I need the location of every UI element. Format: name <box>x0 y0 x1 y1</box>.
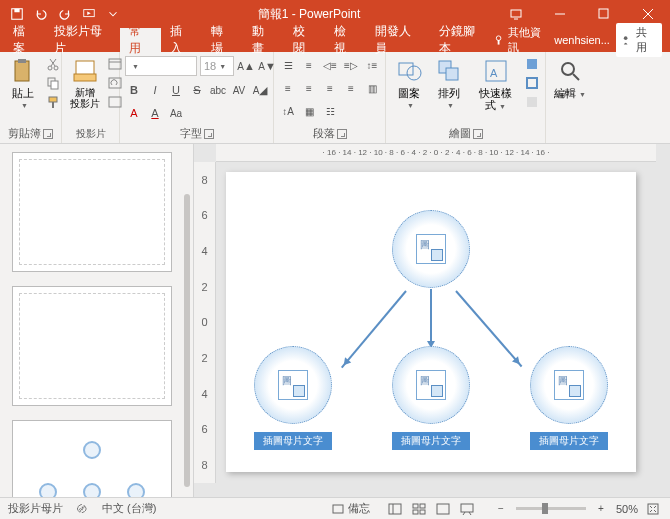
normal-view-button[interactable] <box>384 500 406 518</box>
highlight-button[interactable]: A <box>125 104 143 122</box>
ribbon-options-button[interactable] <box>494 0 538 28</box>
diagram-node-3[interactable] <box>530 346 608 424</box>
columns-button[interactable]: ▥ <box>363 79 381 97</box>
align-right-button[interactable]: ≡ <box>321 79 339 97</box>
paste-button[interactable]: 貼上▼ <box>4 55 42 112</box>
slideshow-button[interactable] <box>78 3 100 25</box>
justify-button[interactable]: ≡ <box>342 79 360 97</box>
shape-fill-button[interactable] <box>523 55 541 73</box>
tab-home[interactable]: 常用 <box>120 28 161 52</box>
indent-dec-button[interactable]: ◁≡ <box>321 56 339 74</box>
clear-format-button[interactable]: A◢ <box>251 81 269 99</box>
slide-editor[interactable]: · 16 · 14 · 12 · 10 · 8 · 6 · 4 · 2 · 0 … <box>194 144 670 497</box>
master-thumb-1[interactable] <box>12 152 172 272</box>
grow-font-button[interactable]: A▲ <box>237 57 255 75</box>
tab-review[interactable]: 校閱 <box>284 28 325 52</box>
sorter-view-button[interactable] <box>408 500 430 518</box>
quick-styles-button[interactable]: A 快速樣式▼ <box>470 55 521 113</box>
picture-placeholder-icon[interactable] <box>554 370 584 400</box>
copy-button[interactable] <box>44 74 62 92</box>
change-case-button[interactable]: Aa <box>167 104 185 122</box>
drawing-launcher[interactable] <box>473 129 483 139</box>
connector-2[interactable] <box>430 289 432 351</box>
svg-point-10 <box>624 36 628 40</box>
picture-placeholder-icon[interactable] <box>278 370 308 400</box>
tab-animations[interactable]: 動畫 <box>243 28 284 52</box>
tab-view[interactable]: 檢視 <box>325 28 366 52</box>
diagram-label-3[interactable]: 插圖母片文字 <box>530 432 608 450</box>
picture-placeholder-icon[interactable] <box>416 370 446 400</box>
shadow-button[interactable]: abc <box>209 81 227 99</box>
diagram-label-2[interactable]: 插圖母片文字 <box>392 432 470 450</box>
editing-button[interactable]: 編輯▼ <box>550 55 590 101</box>
numbering-button[interactable]: ≡ <box>300 56 318 74</box>
tab-slide-master[interactable]: 投影片母片 <box>45 28 120 52</box>
share-button[interactable]: 共用 <box>616 23 662 57</box>
text-direction-button[interactable]: ↕A <box>279 102 297 120</box>
indent-inc-button[interactable]: ≡▷ <box>342 56 360 74</box>
tab-transitions[interactable]: 轉場 <box>202 28 243 52</box>
strike-button[interactable]: S <box>188 81 206 99</box>
notes-button[interactable]: 備忘 <box>332 501 370 516</box>
font-launcher[interactable] <box>204 129 214 139</box>
diagram-node-top[interactable] <box>392 210 470 288</box>
bullets-button[interactable]: ☰ <box>279 56 297 74</box>
layout-thumb-2[interactable] <box>12 420 172 497</box>
align-text-button[interactable]: ▦ <box>300 102 318 120</box>
diagram-label-1[interactable]: 插圖母片文字 <box>254 432 332 450</box>
tab-storyboard[interactable]: 分鏡腳本 <box>430 28 494 52</box>
underline-button[interactable]: U <box>167 81 185 99</box>
user-name[interactable]: wenhsien... <box>554 34 610 46</box>
svg-rect-39 <box>389 504 401 514</box>
shape-effects-button[interactable] <box>523 93 541 111</box>
minimize-button[interactable] <box>538 0 582 28</box>
shapes-button[interactable]: 圖案▼ <box>390 55 428 112</box>
diagram-node-1[interactable] <box>254 346 332 424</box>
svg-rect-22 <box>74 74 96 81</box>
undo-button[interactable] <box>30 3 52 25</box>
tab-file[interactable]: 檔案 <box>4 28 45 52</box>
qat-customize-icon[interactable] <box>102 3 124 25</box>
diagram-node-2[interactable] <box>392 346 470 424</box>
smartart-button[interactable]: ☷ <box>321 102 339 120</box>
cut-button[interactable] <box>44 55 62 73</box>
spacing-button[interactable]: AV <box>230 81 248 99</box>
bold-button[interactable]: B <box>125 81 143 99</box>
svg-rect-30 <box>446 68 458 80</box>
zoom-level[interactable]: 50% <box>616 503 638 515</box>
connector-1[interactable] <box>341 290 407 368</box>
font-name-combo[interactable]: ▼ <box>125 56 197 76</box>
format-painter-button[interactable] <box>44 93 62 111</box>
clipboard-launcher[interactable] <box>43 129 53 139</box>
svg-rect-43 <box>413 510 418 514</box>
zoom-in-button[interactable]: + <box>592 500 610 518</box>
line-spacing-button[interactable]: ↕≡ <box>363 56 381 74</box>
zoom-slider[interactable] <box>516 507 586 510</box>
tell-me[interactable]: 其他資訊 <box>494 25 548 55</box>
font-size-combo[interactable]: 18▼ <box>200 56 234 76</box>
align-center-button[interactable]: ≡ <box>300 79 318 97</box>
tab-insert[interactable]: 插入 <box>161 28 202 52</box>
status-language[interactable]: 中文 (台灣) <box>102 501 156 516</box>
italic-button[interactable]: I <box>146 81 164 99</box>
paragraph-launcher[interactable] <box>337 129 347 139</box>
zoom-out-button[interactable]: − <box>492 500 510 518</box>
font-color-button[interactable]: A <box>146 104 164 122</box>
layout-thumb-1[interactable] <box>12 286 172 406</box>
connector-3[interactable] <box>455 290 522 367</box>
align-left-button[interactable]: ≡ <box>279 79 297 97</box>
shape-outline-button[interactable] <box>523 74 541 92</box>
fit-window-button[interactable] <box>644 500 662 518</box>
svg-rect-11 <box>15 61 29 81</box>
reading-view-button[interactable] <box>432 500 454 518</box>
slide-thumbnail-pane[interactable] <box>0 144 194 497</box>
arrange-button[interactable]: 排列▼ <box>430 55 468 112</box>
slide-canvas[interactable]: 插圖母片文字 插圖母片文字 插圖母片文字 <box>226 172 636 472</box>
svg-rect-12 <box>18 59 26 63</box>
tab-developer[interactable]: 開發人員 <box>366 28 430 52</box>
picture-placeholder-icon[interactable] <box>416 234 446 264</box>
redo-button[interactable] <box>54 3 76 25</box>
slideshow-view-button[interactable] <box>456 500 478 518</box>
new-slide-button[interactable]: 新增 投影片 <box>66 55 104 111</box>
save-button[interactable] <box>6 3 28 25</box>
